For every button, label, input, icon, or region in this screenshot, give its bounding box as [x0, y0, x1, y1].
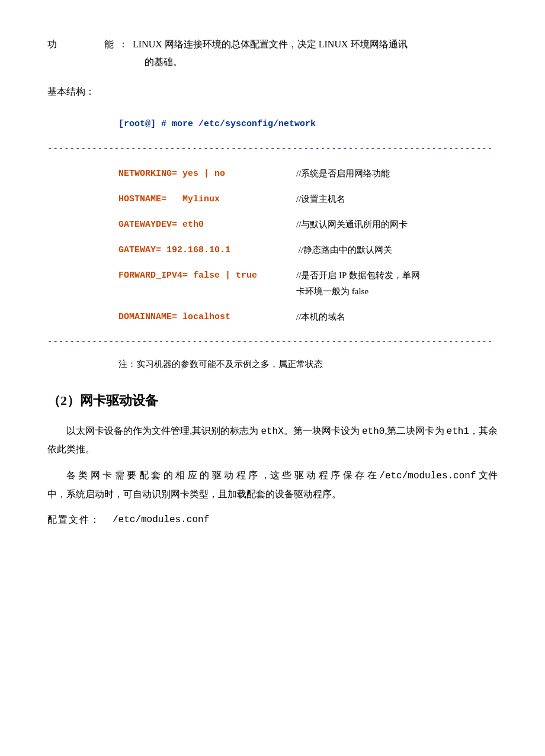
config-key-gatewaydev: GATEWAYDEV= eth0: [118, 217, 296, 233]
config-table: NETWORKING= yes | no //系统是否启用网络功能 HOSTNA…: [118, 166, 498, 325]
command-text: [root@] # more /etc/sysconfig/network: [118, 119, 316, 129]
config-row-networking: NETWORKING= yes | no //系统是否启用网络功能: [118, 166, 498, 182]
func-label: 功 能：: [47, 36, 133, 72]
config-comment-networking: //系统是否启用网络功能: [296, 166, 498, 182]
config-row-domainname: DOMAINNAME= localhost //本机的域名: [118, 309, 498, 325]
config-key-networking: NETWORKING= yes | no: [118, 166, 296, 182]
config-key-hostname: HOSTNAME= Mylinux: [118, 191, 296, 207]
paragraph1: 以太网卡设备的作为文件管理,其识别的标志为 ethX。第一块网卡设为 eth0,…: [47, 422, 498, 459]
config-comment-domainname: //本机的域名: [296, 309, 498, 325]
paragraph2: 各 类 网 卡 需 要 配 套 的 相 应 的 驱 动 程 序 ，这 些 驱 动…: [47, 467, 498, 503]
config-key-forward-ipv4: FORWARD_IPV4= false | true: [118, 268, 296, 284]
section2-heading: （2）网卡驱动设备: [47, 389, 498, 413]
divider-top: ----------------------------------------…: [47, 141, 498, 156]
config-key-domainname: DOMAINNAME= localhost: [118, 309, 296, 325]
note-block: 注：实习机器的参数可能不及示例之多，属正常状态: [118, 356, 498, 372]
config-comment-forward-ipv4: //是否开启 IP 数据包转发，单网 卡环境一般为 false: [296, 268, 498, 300]
config-comment-hostname: //设置主机名: [296, 191, 498, 207]
divider-bottom: ----------------------------------------…: [47, 334, 498, 349]
config-file-row: 配置文件： /etc/modules.conf: [47, 511, 498, 529]
config-key-gateway: GATEWAY= 192.168.10.1: [118, 242, 296, 258]
config-row-gateway: GATEWAY= 192.168.10.1 //静态路由中的默认网关: [118, 242, 498, 258]
func-section: 功 能： LINUX 网络连接环境的总体配置文件，决定 LINUX 环境网络通讯…: [47, 36, 498, 72]
config-row-gatewaydev: GATEWAYDEV= eth0 //与默认网关通讯所用的网卡: [118, 217, 498, 233]
basic-structure-label: 基本结构：: [47, 83, 498, 101]
config-comment-gatewaydev: //与默认网关通讯所用的网卡: [296, 217, 498, 233]
config-comment-gateway: //静态路由中的默认网关: [296, 242, 498, 258]
config-file-value: /etc/modules.conf: [113, 511, 209, 529]
config-row-hostname: HOSTNAME= Mylinux //设置主机名: [118, 191, 498, 207]
config-row-forward-ipv4: FORWARD_IPV4= false | true //是否开启 IP 数据包…: [118, 268, 498, 300]
command-block: [root@] # more /etc/sysconfig/network: [118, 115, 498, 132]
config-file-label: 配置文件：: [47, 511, 101, 529]
func-content: LINUX 网络连接环境的总体配置文件，决定 LINUX 环境网络通讯 的基础。: [133, 36, 498, 72]
